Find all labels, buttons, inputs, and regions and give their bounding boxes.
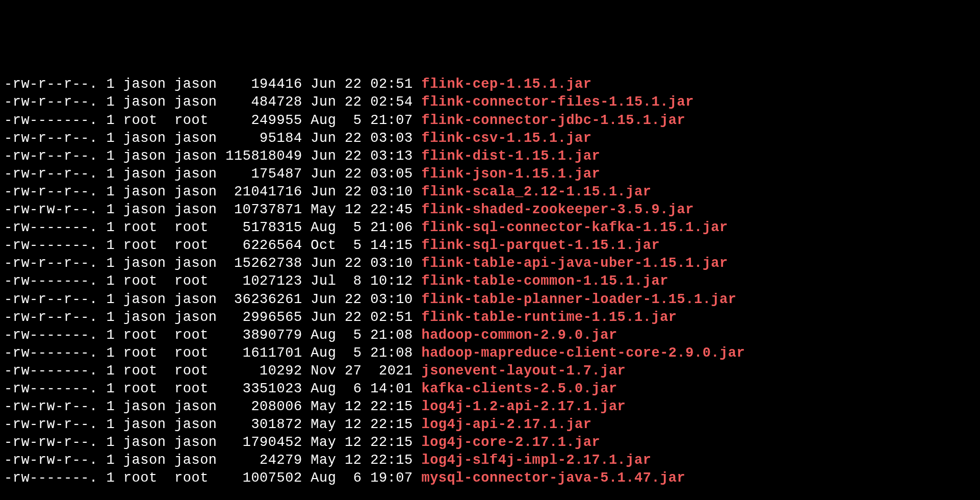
file-date: Jun 22 03:10 — [302, 256, 413, 271]
file-group: root — [166, 363, 217, 379]
file-links: 1 — [98, 453, 115, 468]
file-group: root — [166, 328, 217, 343]
file-listing-row: -rw-rw-r--. 1 jason jason 1790452 May 12… — [4, 434, 976, 452]
file-size: 484728 — [217, 94, 302, 110]
file-listing-row: -rw-------. 1 root root 6226564 Oct 5 14… — [4, 237, 976, 255]
file-listing-row: -rw-r--r--. 1 jason jason 21041716 Jun 2… — [4, 183, 976, 201]
file-name: flink-shaded-zookeeper-3.5.9.jar — [413, 202, 694, 217]
file-date: May 12 22:45 — [302, 202, 413, 217]
file-group: jason — [166, 166, 217, 182]
file-date: Aug 6 14:01 — [302, 381, 413, 396]
file-group: jason — [166, 184, 217, 199]
file-listing-row: -rw-r--r--. 1 jason jason 175487 Jun 22 … — [4, 165, 976, 183]
file-permissions: -rw-r--r--. — [4, 310, 98, 325]
file-group: jason — [166, 399, 217, 414]
file-owner: jason — [115, 202, 166, 217]
file-owner: jason — [115, 131, 166, 146]
file-links: 1 — [98, 166, 115, 182]
file-name: flink-connector-files-1.15.1.jar — [413, 94, 694, 110]
file-links: 1 — [98, 381, 115, 396]
file-name: flink-sql-connector-kafka-1.15.1.jar — [413, 220, 728, 235]
file-owner: jason — [115, 435, 166, 450]
file-listing-row: -rw-------. 1 root root 10292 Nov 27 202… — [4, 362, 976, 380]
file-listing-row: -rw-r--r--. 1 jason jason 484728 Jun 22 … — [4, 93, 976, 111]
file-date: Jul 8 10:12 — [302, 273, 413, 289]
file-name: flink-scala_2.12-1.15.1.jar — [413, 184, 652, 199]
file-listing-row: -rw-------. 1 root root 249955 Aug 5 21:… — [4, 112, 976, 130]
file-links: 1 — [98, 94, 115, 110]
file-permissions: -rw-------. — [4, 238, 98, 253]
file-size: 194416 — [217, 77, 302, 92]
file-permissions: -rw-rw-r--. — [4, 435, 98, 450]
file-links: 1 — [98, 202, 115, 217]
file-name: flink-connector-jdbc-1.15.1.jar — [413, 113, 685, 128]
file-group: jason — [166, 77, 217, 92]
file-date: Jun 22 03:03 — [302, 131, 413, 146]
file-owner: jason — [115, 184, 166, 199]
file-name: kafka-clients-2.5.0.jar — [413, 381, 617, 396]
terminal-output: -rw-r--r--. 1 jason jason 194416 Jun 22 … — [4, 76, 976, 487]
file-permissions: -rw-------. — [4, 328, 98, 343]
file-links: 1 — [98, 292, 115, 307]
file-size: 208006 — [217, 399, 302, 414]
file-date: May 12 22:15 — [302, 399, 413, 414]
file-owner: jason — [115, 399, 166, 414]
file-owner: jason — [115, 256, 166, 271]
file-owner: jason — [115, 453, 166, 468]
file-group: jason — [166, 453, 217, 468]
file-date: Aug 5 21:08 — [302, 328, 413, 343]
file-permissions: -rw-rw-r--. — [4, 202, 98, 217]
file-owner: jason — [115, 417, 166, 432]
file-links: 1 — [98, 310, 115, 325]
file-size: 1790452 — [217, 435, 302, 450]
file-owner: jason — [115, 94, 166, 110]
file-permissions: -rw-r--r--. — [4, 77, 98, 92]
file-name: flink-csv-1.15.1.jar — [413, 131, 592, 146]
file-links: 1 — [98, 238, 115, 253]
file-name: flink-cep-1.15.1.jar — [413, 77, 592, 92]
file-size: 36236261 — [217, 292, 302, 307]
file-owner: root — [115, 220, 166, 235]
file-links: 1 — [98, 113, 115, 128]
file-date: Jun 22 03:10 — [302, 292, 413, 307]
file-owner: root — [115, 238, 166, 253]
file-date: Jun 22 03:05 — [302, 166, 413, 182]
file-permissions: -rw-r--r--. — [4, 256, 98, 271]
file-links: 1 — [98, 399, 115, 414]
file-permissions: -rw-r--r--. — [4, 184, 98, 199]
file-links: 1 — [98, 273, 115, 289]
file-size: 15262738 — [217, 256, 302, 271]
file-links: 1 — [98, 184, 115, 199]
file-name: flink-table-api-java-uber-1.15.1.jar — [413, 256, 728, 271]
file-links: 1 — [98, 256, 115, 271]
file-group: root — [166, 220, 217, 235]
file-listing-row: -rw-------. 1 root root 1007502 Aug 6 19… — [4, 469, 976, 487]
file-name: flink-sql-parquet-1.15.1.jar — [413, 238, 660, 253]
file-group: root — [166, 113, 217, 128]
file-group: jason — [166, 417, 217, 432]
file-links: 1 — [98, 470, 115, 486]
file-date: Aug 5 21:06 — [302, 220, 413, 235]
file-name: flink-table-common-1.15.1.jar — [413, 273, 668, 289]
file-listing-row: -rw-------. 1 root root 3890779 Aug 5 21… — [4, 327, 976, 344]
file-size: 24279 — [217, 453, 302, 468]
file-listing-row: -rw-------. 1 root root 1611701 Aug 5 21… — [4, 344, 976, 362]
file-size: 10292 — [217, 363, 302, 379]
file-permissions: -rw-------. — [4, 220, 98, 235]
file-owner: jason — [115, 148, 166, 164]
file-permissions: -rw-------. — [4, 273, 98, 289]
file-links: 1 — [98, 345, 115, 361]
file-links: 1 — [98, 328, 115, 343]
file-permissions: -rw-r--r--. — [4, 148, 98, 164]
file-owner: jason — [115, 77, 166, 92]
file-listing-row: -rw-r--r--. 1 jason jason 95184 Jun 22 0… — [4, 130, 976, 147]
file-date: May 12 22:15 — [302, 453, 413, 468]
file-size: 301872 — [217, 417, 302, 432]
file-size: 10737871 — [217, 202, 302, 217]
file-listing-row: -rw-r--r--. 1 jason jason 15262738 Jun 2… — [4, 255, 976, 272]
file-listing-row: -rw-rw-r--. 1 jason jason 301872 May 12 … — [4, 416, 976, 434]
file-owner: root — [115, 113, 166, 128]
file-date: Aug 6 19:07 — [302, 470, 413, 486]
file-owner: jason — [115, 166, 166, 182]
file-permissions: -rw-------. — [4, 363, 98, 379]
